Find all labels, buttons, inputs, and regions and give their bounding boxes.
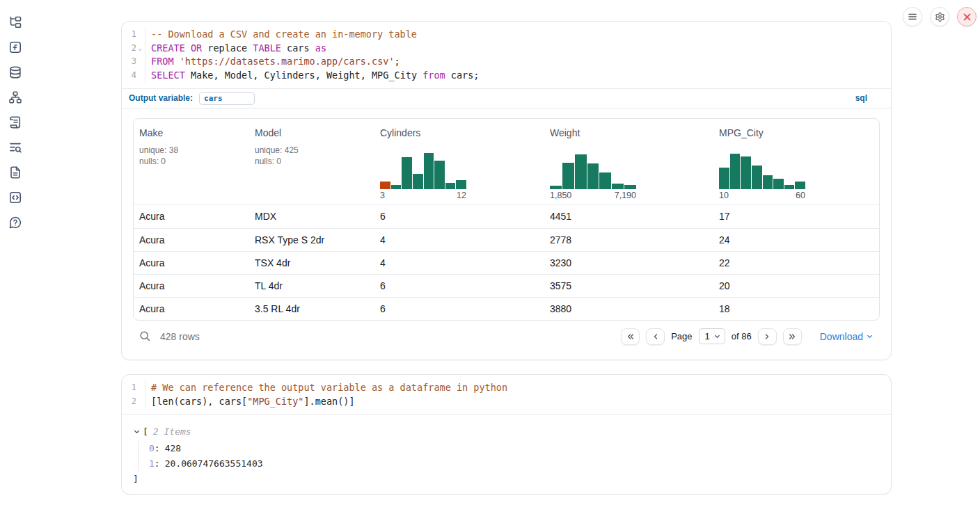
- histogram-bar[interactable]: [795, 182, 805, 189]
- shutdown-button[interactable]: [957, 7, 977, 26]
- column-name: Cylinders: [380, 127, 539, 138]
- column-header-weight[interactable]: Weight1,8507,190: [544, 119, 713, 204]
- table-cell: 6: [374, 303, 544, 314]
- histogram-bar[interactable]: [575, 154, 587, 188]
- next-page-button[interactable]: [758, 328, 777, 345]
- histogram-bar[interactable]: [391, 185, 402, 189]
- code-line: 2⌄CREATE OR replace TABLE cars as: [122, 42, 891, 56]
- table-cell: 4451: [544, 211, 713, 222]
- table-cell: Acura: [134, 211, 249, 222]
- column-name: Make: [139, 127, 244, 138]
- help-bubble-icon[interactable]: [8, 216, 22, 230]
- histogram-bar[interactable]: [599, 172, 611, 189]
- histogram-bar[interactable]: [730, 154, 741, 189]
- histogram-bars[interactable]: [380, 153, 466, 189]
- column-header-mpg_city[interactable]: MPG_City1060: [713, 119, 880, 204]
- table-row[interactable]: AcuraMDX6445117: [134, 205, 879, 228]
- table-cell: 2778: [544, 234, 713, 246]
- collapse-chevron-icon[interactable]: [133, 428, 141, 435]
- histogram-bar[interactable]: [773, 179, 784, 189]
- table-row[interactable]: AcuraTSX 4dr4323022: [134, 251, 879, 274]
- histogram-bar[interactable]: [380, 182, 390, 188]
- histogram-bar[interactable]: [413, 174, 423, 189]
- chevron-left-icon: [651, 332, 660, 341]
- language-badge: sql: [855, 93, 867, 103]
- axis-min-label: 3: [380, 191, 385, 200]
- stat-line: unique: 38: [139, 145, 244, 156]
- histogram-bar[interactable]: [550, 186, 562, 189]
- column-header-cylinders[interactable]: Cylinders312: [374, 119, 544, 204]
- table-cell: Acura: [134, 303, 249, 314]
- histogram-bar[interactable]: [612, 184, 624, 189]
- histogram-bar[interactable]: [424, 153, 434, 189]
- stat-line: nulls: 0: [255, 156, 369, 167]
- topbar-controls: [903, 7, 977, 26]
- python-output-area: [ 2 Items 0:4281:20.060747663551403 ]: [122, 415, 891, 494]
- code-text: CREATE OR replace TABLE cars as: [145, 42, 326, 56]
- histogram-bar[interactable]: [434, 161, 445, 189]
- settings-button[interactable]: [930, 7, 949, 26]
- histogram-bar[interactable]: [784, 185, 795, 189]
- file-text-icon[interactable]: [8, 166, 22, 179]
- tree-entry: 0:428: [149, 440, 880, 456]
- chevrons-left-icon: [626, 332, 635, 341]
- table-cell: 3.5 RL 4dr: [249, 303, 374, 314]
- last-page-button[interactable]: [783, 328, 802, 345]
- scroll-text-icon[interactable]: [8, 115, 22, 129]
- search-icon[interactable]: [139, 330, 151, 342]
- data-table: Makeunique: 38nulls: 0Modelunique: 425nu…: [133, 118, 880, 321]
- download-label: Download: [820, 331, 863, 342]
- histogram-bar[interactable]: [587, 163, 599, 188]
- column-histogram: 1060: [719, 153, 805, 200]
- prev-page-button[interactable]: [646, 328, 665, 345]
- menu-button[interactable]: [903, 7, 922, 26]
- line-number-gutter: 1: [122, 28, 145, 42]
- file-tree-icon[interactable]: [8, 15, 22, 29]
- histogram-bar[interactable]: [402, 157, 412, 189]
- histogram-bar[interactable]: [763, 175, 773, 189]
- table-cell: RSX Type S 2dr: [249, 234, 374, 246]
- tree-entry-separator: :: [155, 443, 160, 453]
- code-line: 1# We can reference the output variable …: [122, 381, 891, 395]
- network-icon[interactable]: [8, 90, 22, 104]
- download-button[interactable]: Download: [820, 331, 874, 342]
- table-cell: 4: [374, 234, 544, 246]
- histogram-bars[interactable]: [550, 153, 636, 189]
- table-cell: 6: [374, 211, 544, 222]
- output-variable-input[interactable]: [199, 92, 255, 105]
- histogram-bar[interactable]: [445, 183, 456, 189]
- database-icon[interactable]: [8, 65, 22, 79]
- python-code-editor[interactable]: 1# We can reference the output variable …: [122, 375, 891, 415]
- histogram-bars[interactable]: [719, 153, 805, 189]
- column-stats: unique: 38nulls: 0: [139, 145, 244, 167]
- histogram-bar[interactable]: [741, 156, 751, 189]
- column-histogram: 1,8507,190: [550, 153, 636, 200]
- function-square-icon[interactable]: [8, 40, 22, 54]
- text-search-icon[interactable]: [8, 140, 22, 154]
- sql-output-area: Makeunique: 38nulls: 0Modelunique: 425nu…: [122, 108, 891, 360]
- table-cell: 6: [374, 280, 544, 291]
- sql-code-editor[interactable]: 1-- Download a CSV and create an in-memo…: [122, 22, 891, 88]
- code-line: 4SELECT Make, Model, Cylinders, Weight, …: [122, 69, 891, 83]
- table-row[interactable]: Acura3.5 RL 4dr6388018: [134, 297, 879, 320]
- histogram-bar[interactable]: [562, 163, 574, 188]
- fold-chevron-icon[interactable]: ⌄: [136, 42, 143, 56]
- first-page-button[interactable]: [621, 328, 640, 345]
- line-number-gutter: 3: [122, 55, 145, 69]
- page-label: Page: [671, 331, 692, 341]
- histogram-bar[interactable]: [624, 185, 636, 189]
- code-line: 2[len(cars), cars["MPG_City"].mean()]: [122, 395, 891, 409]
- table-row[interactable]: AcuraRSX Type S 2dr4277824: [134, 228, 879, 251]
- histogram-bar[interactable]: [719, 168, 729, 189]
- histogram-bar[interactable]: [456, 180, 466, 189]
- page-select-value: 1: [705, 331, 710, 341]
- column-header-make[interactable]: Makeunique: 38nulls: 0: [134, 119, 249, 204]
- tree-entry-key: 0: [149, 443, 155, 453]
- table-footer: 428 rows Page 1 of 86: [133, 322, 880, 351]
- column-header-model[interactable]: Modelunique: 425nulls: 0: [249, 119, 374, 204]
- code-square-icon[interactable]: [8, 191, 22, 204]
- line-number: 1: [132, 28, 136, 42]
- page-select[interactable]: 1: [699, 328, 725, 344]
- table-row[interactable]: AcuraTL 4dr6357520: [134, 274, 879, 297]
- histogram-bar[interactable]: [752, 166, 762, 189]
